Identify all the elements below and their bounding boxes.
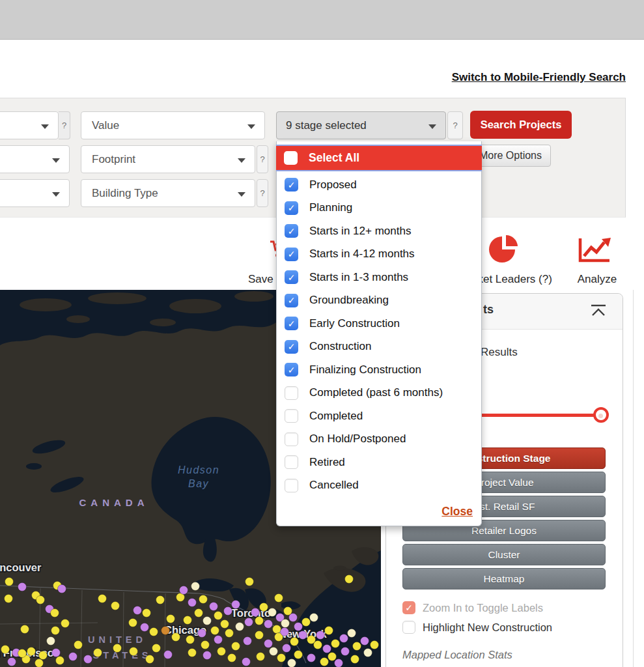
project-location-dot[interactable] xyxy=(203,617,212,625)
project-location-dot[interactable] xyxy=(328,653,337,661)
project-location-dot[interactable] xyxy=(320,658,329,666)
project-location-dot[interactable] xyxy=(255,617,264,625)
stage-option-starts-in-1-3-months[interactable]: ✓Starts in 1-3 months xyxy=(277,266,481,289)
project-location-dot[interactable] xyxy=(275,594,283,603)
project-location-dot[interactable] xyxy=(36,596,45,604)
stage-option-completed-past-6-months[interactable]: Completed (past 6 months) xyxy=(277,382,481,405)
project-location-dot[interactable] xyxy=(141,623,149,632)
project-location-dot[interactable] xyxy=(277,654,286,662)
more-options-button[interactable]: More Options xyxy=(470,145,551,167)
project-location-dot[interactable] xyxy=(52,649,61,657)
project-location-dot[interactable] xyxy=(199,595,208,604)
project-location-dot[interactable] xyxy=(113,644,122,653)
project-location-dot[interactable] xyxy=(281,628,289,636)
project-location-dot[interactable] xyxy=(245,578,254,586)
checkbox-checked[interactable]: ✓ xyxy=(285,270,298,284)
project-location-dot[interactable] xyxy=(18,649,27,658)
checkbox-unchecked[interactable] xyxy=(285,386,298,400)
project-location-dot[interactable] xyxy=(323,645,331,653)
building-type-select[interactable]: Building Type xyxy=(81,179,255,207)
results-slider-handle[interactable] xyxy=(593,407,609,423)
stage-option-retired[interactable]: Retired xyxy=(277,451,481,474)
checkbox-unchecked[interactable] xyxy=(285,455,298,469)
project-location-dot[interactable] xyxy=(288,659,296,667)
project-location-dot[interactable] xyxy=(307,654,316,662)
project-location-dot[interactable] xyxy=(225,629,234,638)
project-location-dot[interactable] xyxy=(281,619,290,628)
project-location-dot[interactable] xyxy=(341,647,350,656)
project-location-dot[interactable] xyxy=(146,655,154,664)
project-location-dot[interactable] xyxy=(39,651,48,660)
project-location-dot[interactable] xyxy=(56,657,64,665)
value-select[interactable]: Value xyxy=(81,111,265,139)
project-location-dot[interactable] xyxy=(294,651,303,659)
checkbox-checked[interactable]: ✓ xyxy=(285,224,298,238)
switch-mobile-search-link[interactable]: Switch to Mobile-Friendly Search xyxy=(452,71,626,84)
project-location-dot[interactable] xyxy=(203,651,212,660)
project-location-dot[interactable] xyxy=(61,619,70,628)
project-location-dot[interactable] xyxy=(221,620,229,629)
project-location-dot[interactable] xyxy=(156,596,165,604)
project-location-dot[interactable] xyxy=(302,618,311,627)
project-location-dot[interactable] xyxy=(214,612,223,620)
analyze-chart-icon[interactable] xyxy=(576,234,613,265)
checkbox-unchecked[interactable] xyxy=(402,621,415,634)
project-location-dot[interactable] xyxy=(184,616,192,625)
checkbox-unchecked[interactable] xyxy=(285,479,298,492)
stage-option-finalizing-construction[interactable]: ✓Finalizing Construction xyxy=(277,358,481,382)
project-location-dot[interactable] xyxy=(257,653,265,661)
project-location-dot[interactable] xyxy=(345,575,354,584)
map-style-heatmap-button[interactable]: Heatmap xyxy=(402,568,606,589)
project-location-dot[interactable] xyxy=(236,623,244,631)
project-location-dot[interactable] xyxy=(214,636,223,644)
project-location-dot[interactable] xyxy=(186,636,195,644)
project-location-dot[interactable] xyxy=(331,640,340,648)
project-location-dot[interactable] xyxy=(150,628,158,636)
project-location-dot[interactable] xyxy=(273,625,281,634)
project-location-dot[interactable] xyxy=(130,647,138,656)
project-location-dot[interactable] xyxy=(245,618,253,627)
stage-select[interactable]: 9 stage selected xyxy=(276,111,446,139)
stage-option-on-hold-postponed[interactable]: On Hold/Postponed xyxy=(277,428,481,451)
project-location-dot[interactable] xyxy=(268,608,277,617)
project-location-dot[interactable] xyxy=(133,606,142,615)
project-location-dot[interactable] xyxy=(51,609,59,617)
project-location-dot[interactable] xyxy=(172,633,180,642)
stage-option-cancelled[interactable]: Cancelled xyxy=(277,474,481,498)
project-location-dot[interactable] xyxy=(167,615,175,623)
project-location-dot[interactable] xyxy=(18,583,27,591)
project-location-dot[interactable] xyxy=(284,607,292,616)
project-location-dot[interactable] xyxy=(353,642,361,651)
project-location-dot[interactable] xyxy=(195,609,203,617)
project-location-dot[interactable] xyxy=(299,631,307,640)
project-location-dot[interactable] xyxy=(69,653,77,661)
project-location-dot[interactable] xyxy=(348,629,356,638)
select-all-option[interactable]: Select All xyxy=(276,145,482,171)
project-location-dot[interactable] xyxy=(232,642,240,651)
checkbox-checked[interactable]: ✓ xyxy=(285,317,298,330)
project-location-dot[interactable] xyxy=(364,649,372,657)
project-location-dot[interactable] xyxy=(316,631,325,640)
checkbox-checked[interactable]: ✓ xyxy=(285,294,298,307)
project-location-dot[interactable] xyxy=(74,641,83,649)
stage-option-groundbreaking[interactable]: ✓Groundbreaking xyxy=(277,289,481,313)
zoom-toggle-row[interactable]: ✓ Zoom In to Toggle Labels xyxy=(402,601,543,614)
footprint-help-button[interactable]: ? xyxy=(257,145,268,173)
checkbox-unchecked[interactable] xyxy=(285,433,298,446)
stage-option-starts-in-12-months[interactable]: ✓Starts in 12+ months xyxy=(277,220,481,243)
project-location-dot[interactable] xyxy=(264,620,273,629)
project-location-dot[interactable] xyxy=(1,646,10,654)
project-location-dot[interactable] xyxy=(188,599,197,607)
project-location-dot[interactable] xyxy=(188,649,197,657)
help-button-1[interactable]: ? xyxy=(59,111,70,139)
stage-option-planning[interactable]: ✓Planning xyxy=(277,197,481,220)
project-location-dot[interactable] xyxy=(294,623,303,631)
project-location-dot[interactable] xyxy=(260,603,268,612)
project-location-dot[interactable] xyxy=(201,641,210,649)
project-location-dot[interactable] xyxy=(270,647,278,656)
project-location-dot[interactable] xyxy=(21,625,29,634)
project-location-dot[interactable] xyxy=(371,641,379,649)
project-location-dot[interactable] xyxy=(180,586,188,595)
project-location-dot[interactable] xyxy=(340,634,348,643)
save-label[interactable]: Save xyxy=(248,273,273,286)
